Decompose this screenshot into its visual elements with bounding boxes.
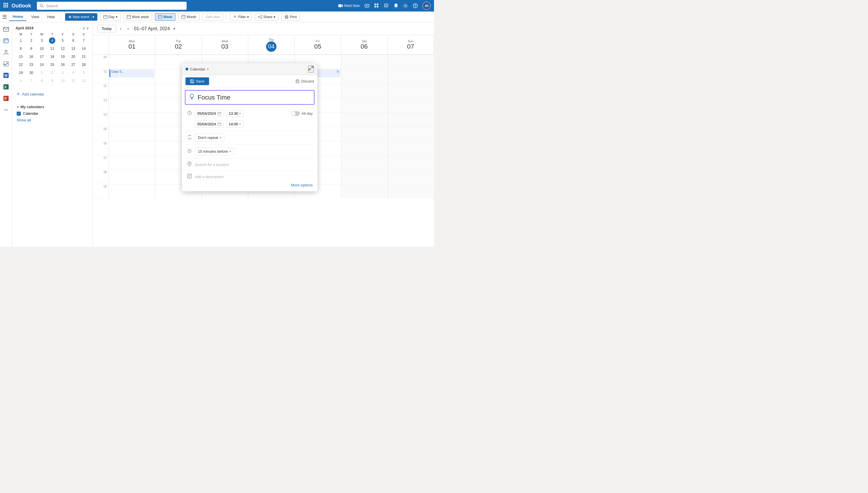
add-calendar-button[interactable]: + Add calendar [17, 89, 88, 99]
search-bar[interactable]: Search [37, 2, 187, 10]
mini-cal-day[interactable]: 4 [68, 69, 78, 77]
mini-cal-day[interactable]: 21 [79, 52, 89, 61]
user-avatar[interactable]: JN [423, 2, 430, 10]
mini-cal-next[interactable]: ∨ [86, 26, 89, 30]
settings-button[interactable] [403, 3, 408, 8]
mini-cal-day[interactable]: 9 [26, 45, 36, 52]
all-day-toggle[interactable] [291, 111, 300, 116]
word-app-icon[interactable]: W [1, 71, 11, 80]
day-header-tue[interactable]: Tue 02 [155, 35, 202, 55]
teams-icon-button[interactable] [364, 3, 369, 8]
share-button[interactable]: Share ▾ [255, 13, 279, 21]
day-header-sat[interactable]: Sat 06 [341, 35, 387, 55]
sunday-events[interactable] [388, 55, 434, 198]
next-week-button[interactable]: › [125, 26, 130, 32]
mini-cal-day[interactable]: 20 [68, 52, 78, 61]
day-header-fri[interactable]: Fri 05 [295, 35, 341, 55]
mini-cal-day[interactable]: 6 [68, 37, 78, 45]
mini-cal-day[interactable]: 8 [16, 45, 26, 52]
mini-cal-day[interactable]: 10 [58, 77, 68, 85]
end-date-input[interactable]: 05/04/2024 [195, 121, 224, 128]
day-header-mon[interactable]: Mon 01 [109, 35, 155, 55]
description-input[interactable]: Add a description [195, 175, 223, 179]
day-view-button[interactable]: Day ▾ [100, 13, 121, 21]
mini-cal-day[interactable]: 2 [47, 69, 57, 77]
nav-home[interactable]: Home [9, 13, 26, 21]
compose-icon-button[interactable] [384, 3, 389, 8]
nav-view[interactable]: View [28, 13, 43, 21]
mini-cal-day[interactable]: 1 [37, 69, 47, 77]
date-range-dropdown[interactable]: ▾ [174, 27, 175, 31]
mini-cal-day[interactable]: 12 [79, 77, 89, 85]
print-button[interactable]: Print [281, 13, 300, 21]
monday-events[interactable]: Daily S... [109, 55, 155, 198]
mini-cal-day[interactable]: 8 [37, 77, 47, 85]
help-button[interactable]: ? [413, 3, 418, 8]
popup-expand-button[interactable] [308, 66, 314, 72]
mini-cal-day[interactable]: 25 [47, 61, 57, 69]
mini-cal-day[interactable]: 10 [37, 45, 47, 52]
show-all-link[interactable]: Show all [17, 117, 88, 123]
week-view-button[interactable]: Week [155, 13, 175, 21]
calendar-checkbox[interactable]: ✓ [17, 112, 21, 115]
mini-cal-day[interactable]: 1 [16, 37, 26, 45]
save-button[interactable]: Save [185, 78, 209, 85]
apps-icon-button[interactable] [374, 3, 379, 8]
excel-app-icon[interactable]: X [1, 82, 11, 91]
prev-week-button[interactable]: ‹ [118, 26, 123, 32]
mini-cal-day[interactable]: 23 [26, 61, 36, 69]
mini-cal-day[interactable]: 29 [16, 69, 26, 77]
day-header-sun[interactable]: Sun 07 [388, 35, 434, 55]
calendar-app-icon[interactable] [1, 36, 11, 45]
split-view-button[interactable]: Split view [202, 13, 223, 21]
mini-cal-day[interactable]: 12 [58, 45, 68, 52]
discard-button[interactable]: Discard [296, 79, 314, 83]
all-day-toggle-row[interactable]: All day [291, 111, 313, 116]
filter-button[interactable]: Filter ▾ [230, 13, 252, 21]
mini-cal-day[interactable]: 15 [16, 52, 26, 61]
new-event-popup[interactable]: Calendar ▾ [182, 63, 317, 191]
mini-cal-day[interactable]: 7 [26, 77, 36, 85]
event-daily-standup-mon[interactable]: Daily S... [109, 69, 154, 78]
mini-cal-day[interactable]: 11 [47, 45, 57, 52]
mini-cal-day[interactable]: 19 [58, 52, 68, 61]
meet-now-button[interactable]: Meet Now [338, 4, 360, 8]
mini-cal-day[interactable]: 30 [26, 69, 36, 77]
end-time-select[interactable]: 14:00 ▾ [226, 121, 243, 128]
nav-help[interactable]: Help [44, 13, 58, 21]
mini-cal-day[interactable]: 22 [16, 61, 26, 69]
powerpoint-app-icon[interactable]: P [1, 94, 11, 103]
mini-cal-day[interactable]: 5 [58, 37, 68, 45]
mini-cal-day[interactable]: 3 [58, 69, 68, 77]
mini-cal-day[interactable]: 3 [37, 37, 47, 45]
mini-cal-day[interactable]: 2 [26, 37, 36, 45]
more-options-link[interactable]: More options [187, 181, 313, 188]
more-apps-icon[interactable] [1, 105, 11, 114]
day-header-wed[interactable]: Wed 03 [202, 35, 248, 55]
mini-cal-day[interactable]: 14 [79, 45, 89, 52]
notification-bell-button[interactable] [394, 3, 398, 8]
mini-cal-day[interactable]: 17 [37, 52, 47, 61]
mini-cal-day[interactable]: 16 [26, 52, 36, 61]
location-input[interactable]: Search for a location [195, 163, 229, 167]
reminder-dropdown[interactable]: 15 minutes before ▾ [195, 148, 234, 155]
mini-cal-day[interactable]: 27 [68, 61, 78, 69]
todo-app-icon[interactable] [1, 59, 11, 68]
saturday-events[interactable] [341, 55, 388, 198]
people-app-icon[interactable] [1, 48, 11, 57]
mini-cal-day[interactable]: 7 [79, 37, 89, 45]
repeat-dropdown[interactable]: Don't repeat ▾ [195, 134, 224, 142]
mini-cal-day[interactable]: 18 [47, 52, 57, 61]
mini-cal-day[interactable]: 4 [47, 37, 57, 45]
mini-cal-day[interactable]: 26 [58, 61, 68, 69]
mini-cal-day[interactable]: 6 [16, 77, 26, 85]
start-date-input[interactable]: 05/04/2024 [195, 110, 224, 117]
event-title-input[interactable] [198, 94, 310, 101]
mini-cal-day[interactable]: 11 [68, 77, 78, 85]
calendar-dropdown-arrow[interactable]: ▾ [207, 67, 209, 71]
mini-cal-prev[interactable]: ∧ [83, 26, 85, 30]
month-view-button[interactable]: Month [178, 13, 199, 21]
event-title-row[interactable] [185, 90, 315, 105]
mini-cal-day[interactable]: 28 [79, 61, 89, 69]
today-button[interactable]: Today [97, 25, 116, 33]
